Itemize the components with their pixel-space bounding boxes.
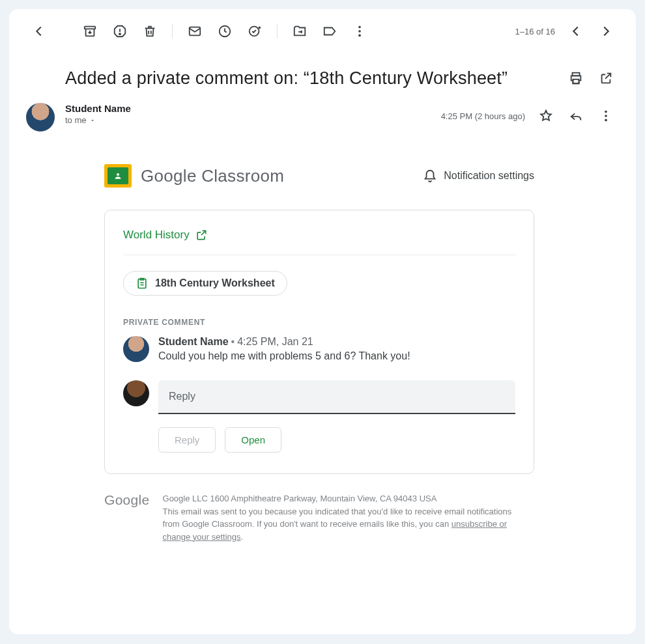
open-new-window-button[interactable] <box>593 65 619 91</box>
open-in-new-icon <box>195 229 208 242</box>
back-button[interactable] <box>26 18 52 44</box>
older-button[interactable] <box>593 18 619 44</box>
page-count: 1–16 of 16 <box>515 27 555 36</box>
notification-settings-label: Notification settings <box>444 170 534 182</box>
bell-icon <box>423 169 437 183</box>
class-name: World History <box>123 229 190 242</box>
svg-point-18 <box>117 173 119 176</box>
sender-avatar[interactable] <box>26 103 55 132</box>
open-button[interactable]: Open <box>225 427 281 453</box>
report-spam-button[interactable] <box>107 18 133 44</box>
add-to-tasks-button[interactable] <box>242 18 268 44</box>
google-footer-logo: Google <box>104 492 150 543</box>
comment-header: Student Name•4:25 PM, Jan 21 <box>158 336 410 348</box>
comment-author: Student Name <box>158 336 229 347</box>
email-subject: Added a private comment on: “18th Centur… <box>65 68 563 89</box>
assignment-icon <box>136 277 149 290</box>
email-body: Google Classroom Notification settings W… <box>104 164 534 543</box>
reply-button[interactable] <box>563 103 589 129</box>
svg-point-17 <box>605 119 607 122</box>
svg-rect-14 <box>573 79 579 83</box>
notification-settings-link[interactable]: Notification settings <box>423 169 534 183</box>
svg-rect-0 <box>85 27 96 29</box>
sender-name: Student Name <box>65 103 431 114</box>
chevron-down-icon <box>89 117 96 124</box>
svg-point-15 <box>605 111 607 113</box>
svg-point-16 <box>605 115 607 117</box>
teacher-avatar <box>123 380 149 406</box>
footer-text: Google LLC 1600 Amphitheatre Parkway, Mo… <box>163 492 528 543</box>
delete-button[interactable] <box>137 18 163 44</box>
reply-input[interactable] <box>158 380 515 414</box>
sender-row: Student Name to me 4:25 PM (2 hours ago) <box>26 103 619 132</box>
classroom-header: Google Classroom Notification settings <box>104 164 534 188</box>
button-row: Reply Open <box>158 427 515 453</box>
mark-unread-button[interactable] <box>182 18 208 44</box>
classroom-brand: Google Classroom <box>141 166 284 186</box>
snooze-button[interactable] <box>212 18 238 44</box>
assignment-chip-label: 18th Century Worksheet <box>155 277 275 289</box>
footer-address: Google LLC 1600 Amphitheatre Parkway, Mo… <box>163 492 528 505</box>
email-timestamp: 4:25 PM (2 hours ago) <box>441 111 525 121</box>
classroom-card: World History 18th Century Worksheet PRI… <box>104 210 534 474</box>
toolbar-separator <box>172 24 173 38</box>
move-to-button[interactable] <box>287 18 313 44</box>
svg-point-2 <box>119 33 121 35</box>
private-comment-label: PRIVATE COMMENT <box>123 318 515 327</box>
newer-button[interactable] <box>563 18 589 44</box>
labels-button[interactable] <box>317 18 343 44</box>
reply-row <box>123 380 515 414</box>
message-more-button[interactable] <box>593 103 619 129</box>
more-button[interactable] <box>347 18 373 44</box>
email-footer: Google Google LLC 1600 Amphitheatre Park… <box>104 492 534 543</box>
comment-timestamp: 4:25 PM, Jan 21 <box>237 336 313 347</box>
print-button[interactable] <box>563 65 589 91</box>
svg-point-12 <box>358 35 361 37</box>
email-view: 1–16 of 16 Added a private comment on: “… <box>9 9 636 634</box>
classroom-logo-icon <box>104 164 132 188</box>
archive-button[interactable] <box>77 18 103 44</box>
reply-submit-button: Reply <box>158 427 216 453</box>
recipient-label: to me <box>65 115 87 125</box>
svg-point-10 <box>358 26 361 29</box>
subject-row: Added a private comment on: “18th Centur… <box>65 65 619 91</box>
class-link[interactable]: World History <box>123 229 515 255</box>
private-comment: Student Name•4:25 PM, Jan 21 Could you h… <box>123 336 515 362</box>
star-button[interactable] <box>533 103 559 129</box>
toolbar-separator <box>277 24 278 38</box>
assignment-chip[interactable]: 18th Century Worksheet <box>123 271 287 296</box>
comment-text: Could you help me with problems 5 and 6?… <box>158 350 410 362</box>
email-toolbar: 1–16 of 16 <box>26 16 619 47</box>
recipient-dropdown[interactable]: to me <box>65 115 431 125</box>
svg-point-11 <box>358 30 361 33</box>
comment-avatar <box>123 336 149 362</box>
